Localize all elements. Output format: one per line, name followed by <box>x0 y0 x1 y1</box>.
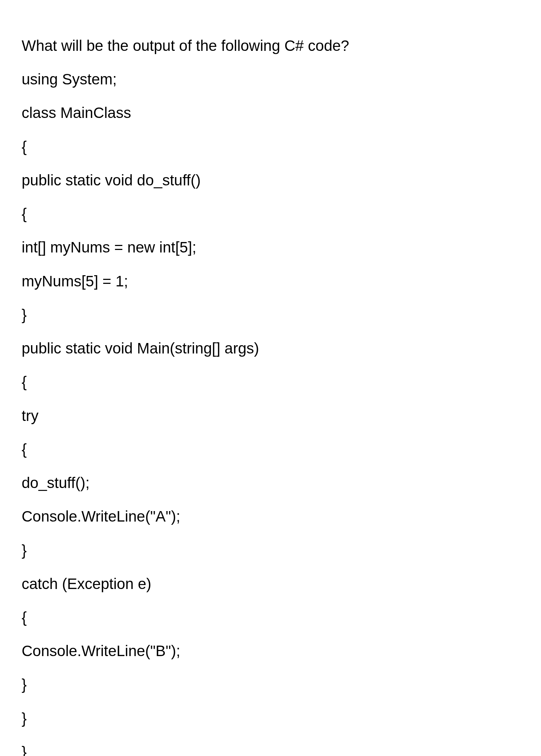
code-line: myNums[5] = 1; <box>22 264 519 298</box>
code-line: do_stuff(); <box>22 466 519 500</box>
code-line: } <box>22 735 519 756</box>
code-line: class MainClass <box>22 96 519 129</box>
code-line: { <box>22 130 519 163</box>
code-line: { <box>22 197 519 230</box>
code-line: Console.WriteLine("A"); <box>22 500 519 533</box>
code-line: public static void Main(string[] args) <box>22 331 519 365</box>
code-line: catch (Exception e) <box>22 567 519 601</box>
code-line: { <box>22 365 519 399</box>
code-line: } <box>22 298 519 331</box>
code-line: { <box>22 601 519 634</box>
code-line: int[] myNums = new int[5]; <box>22 230 519 264</box>
code-line: Console.WriteLine("B"); <box>22 634 519 668</box>
code-line: } <box>22 668 519 701</box>
code-line: try <box>22 399 519 432</box>
question-prompt: What will be the output of the following… <box>22 29 519 62</box>
code-line: } <box>22 533 519 567</box>
code-line: using System; <box>22 62 519 96</box>
question-content: What will be the output of the following… <box>22 29 519 756</box>
code-line: } <box>22 702 519 735</box>
code-line: public static void do_stuff() <box>22 163 519 197</box>
code-line: { <box>22 432 519 466</box>
